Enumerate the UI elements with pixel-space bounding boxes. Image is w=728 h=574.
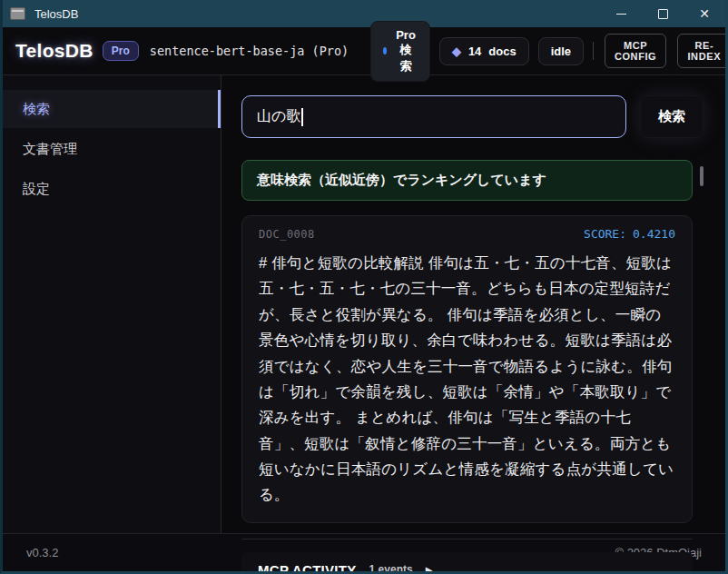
window-title: TelosDB [34, 7, 78, 21]
mcp-events-count: 1 events [369, 563, 413, 574]
sidebar-item-label: 設定 [23, 181, 50, 198]
search-button[interactable]: 検索 [640, 95, 703, 138]
maximize-icon [658, 9, 668, 19]
mode-dot-icon [383, 47, 387, 54]
sidebar-item-label: 文書管理 [23, 141, 77, 158]
header-actions: MCP CONFIG RE-INDEX [593, 34, 728, 68]
search-row: 山の歌 検索 [241, 95, 703, 138]
pro-search-mode-button[interactable]: Pro 検索 [370, 21, 430, 82]
close-icon: ✕ [699, 7, 710, 20]
result-card-header: DOC_0008 SCORE: 0.4210 [259, 227, 675, 241]
score-label: SCORE: [584, 227, 626, 241]
titlebar: TelosDB ✕ [3, 0, 725, 27]
docs-count: 14 [468, 45, 481, 58]
mcp-activity-section: MCP ACTIVITY 1 events ▶ [241, 539, 693, 574]
close-button[interactable]: ✕ [684, 0, 725, 27]
sidebar: 検索 文書管理 設定 [3, 75, 221, 533]
mcp-activity-title: MCP ACTIVITY [258, 562, 357, 574]
results-area: 意味検索（近似近傍）でランキングしています DOC_0008 SCORE: 0.… [241, 160, 693, 574]
score-value: 0.4210 [633, 227, 675, 241]
result-body-text: # 俳句と短歌の比較解説 俳句は五・七・五の十七音、短歌は五・七・五・七・七の三… [259, 250, 675, 508]
doc-id: DOC_0008 [259, 228, 315, 241]
minimize-icon [616, 14, 626, 15]
score-badge: SCORE: 0.4210 [584, 227, 675, 241]
version-label: v0.3.2 [26, 546, 58, 559]
maximize-button[interactable] [642, 0, 684, 27]
app-window-icon [10, 7, 25, 20]
scrollbar-thumb[interactable] [700, 166, 703, 186]
search-input[interactable]: 山の歌 [241, 95, 626, 138]
docs-label: docs [488, 45, 516, 58]
model-name: sentence-bert-base-ja (Pro) [150, 44, 349, 58]
expand-arrow-icon: ▶ [426, 565, 433, 574]
section-divider [241, 539, 693, 539]
pro-badge: Pro [103, 41, 139, 61]
app-window: TelosDB ✕ TelosDB Pro sentence-bert-base… [0, 0, 728, 574]
sidebar-item-label: 検索 [23, 101, 50, 118]
mcp-activity-toggle[interactable]: MCP ACTIVITY 1 events ▶ [241, 552, 693, 574]
text-caret [301, 108, 303, 126]
sidebar-item-documents[interactable]: 文書管理 [3, 130, 221, 168]
sidebar-item-search[interactable]: 検索 [3, 90, 221, 128]
minimize-button[interactable] [600, 0, 642, 27]
app-body: 検索 文書管理 設定 山の歌 検索 意味検索（近似近傍）でランキングしています [3, 75, 725, 533]
reindex-button[interactable]: RE-INDEX [677, 34, 728, 68]
mcp-config-button[interactable]: MCP CONFIG [605, 34, 667, 68]
status-label: idle [551, 45, 571, 58]
pro-search-mode-label: Pro 検索 [394, 28, 418, 74]
diamond-icon: ◆ [452, 45, 461, 58]
sidebar-item-settings[interactable]: 設定 [3, 170, 221, 208]
docs-count-badge: ◆ 14 docs [439, 37, 529, 65]
search-query-text: 山の歌 [257, 107, 300, 126]
app-logo: TelosDB [15, 40, 93, 62]
header-divider [593, 42, 594, 60]
main-content: 山の歌 検索 意味検索（近似近傍）でランキングしています DOC_0008 SC… [221, 75, 725, 533]
ranking-info-banner: 意味検索（近似近傍）でランキングしています [241, 160, 693, 201]
result-card[interactable]: DOC_0008 SCORE: 0.4210 # 俳句と短歌の比較解説 俳句は五… [241, 215, 693, 523]
window-controls: ✕ [600, 0, 725, 27]
status-badge: idle [538, 37, 584, 65]
app-header: TelosDB Pro sentence-bert-base-ja (Pro) … [3, 27, 725, 75]
